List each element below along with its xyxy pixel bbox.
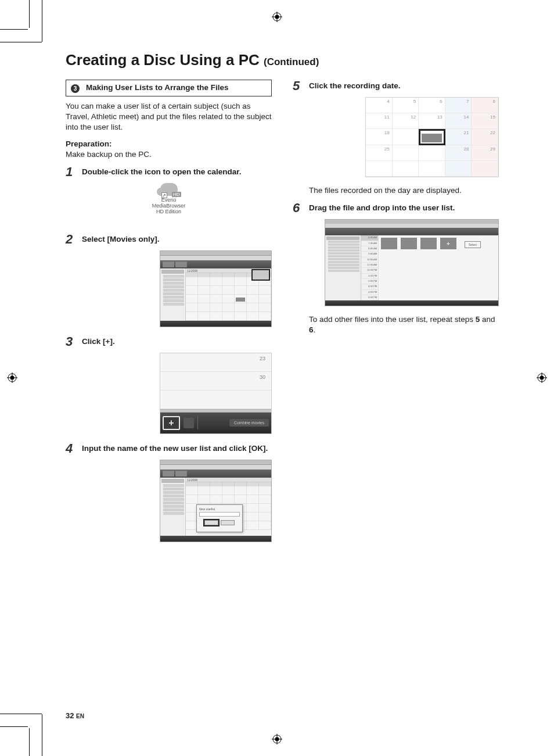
calendar-cell: 18	[366, 129, 393, 145]
time-slot: 8:00 AM	[361, 246, 378, 252]
calendar-cell: 13	[419, 113, 445, 129]
preparation-label: Preparation:	[66, 139, 112, 148]
calendar-cell: 22	[472, 129, 498, 145]
registration-mark-icon	[537, 372, 547, 383]
step-number: 4	[66, 442, 76, 455]
sidebar-item	[163, 495, 184, 497]
figure-month-crop: 4 5 6 7 8 11 12 13 14 15 18 21 22 25	[293, 97, 499, 177]
sidebar-header	[161, 270, 184, 274]
calendar-month-crop: 4 5 6 7 8 11 12 13 14 15 18 21 22 25	[365, 97, 499, 177]
sidebar	[160, 268, 186, 321]
calendar-cell	[472, 161, 498, 177]
sidebar-item	[328, 252, 359, 255]
shortcut-arrow-icon: ↗	[161, 192, 167, 198]
icon-label-line: MediaBrowser	[152, 203, 186, 209]
calendar-cell: 12	[393, 113, 419, 129]
sidebar-item	[328, 255, 359, 257]
thumbnail-row: + Select	[379, 235, 498, 300]
time-slot: 4:00 PM	[361, 290, 378, 295]
page-number: 32 EN	[66, 711, 84, 720]
userlist-name-input	[199, 512, 240, 517]
time-slot: 5:00 PM	[361, 295, 378, 300]
time-slot: 3:00 PM	[361, 284, 378, 289]
movies-only-dropdown-highlight	[251, 269, 270, 281]
window-body: 11/2008	[160, 478, 271, 536]
calendar-cell: 4	[366, 98, 393, 113]
crop-mark	[29, 0, 30, 28]
window-titlebar	[325, 220, 498, 224]
toolbar-tab	[175, 471, 187, 476]
calendar-cell	[366, 161, 393, 177]
note-text: and	[480, 315, 495, 324]
sidebar-item	[163, 484, 184, 487]
sidebar-item	[328, 249, 359, 252]
page-number-value: 32	[66, 711, 74, 720]
mediabrowser-window: 6:00 AM 7:00 AM 8:00 AM 9:00 AM 10:00 AM…	[325, 219, 499, 306]
sidebar-item	[163, 508, 184, 511]
icon-label-line: HD Edition	[156, 209, 181, 214]
sidebar-item	[163, 505, 184, 508]
calendar-cell: 29	[472, 145, 498, 161]
window-body: 11/2008	[160, 268, 271, 321]
step-number: 2	[66, 233, 76, 246]
sidebar-item	[328, 241, 359, 243]
sidebar-item	[163, 488, 184, 490]
calendar-cell: 21	[445, 129, 472, 145]
toolbar-tab	[163, 471, 174, 476]
step-text: Input the name of the new user list and …	[82, 442, 268, 455]
add-thumbnail: +	[440, 238, 456, 250]
window-menubar	[160, 256, 271, 260]
registration-mark-icon	[272, 12, 282, 22]
app-shortcut-icon: ↗ HD Everio MediaBrowser HD Edition	[146, 183, 192, 225]
window-toolbar	[325, 228, 498, 235]
time-slot: 11:00 AM	[361, 263, 378, 268]
note-step-ref: 6	[309, 325, 314, 334]
toolbar-tab	[163, 261, 174, 267]
sidebar-item	[328, 267, 359, 269]
step-text: Double-click the icon to open the calend…	[82, 166, 242, 178]
cloud-icon: ↗ HD	[160, 183, 178, 196]
calendar-cell: 14	[445, 113, 472, 129]
crop-mark	[42, 714, 42, 756]
sidebar-item	[328, 243, 359, 246]
time-slot: 10:00 AM	[361, 257, 378, 263]
calendar-cell: 15	[472, 113, 498, 129]
sidebar-item	[328, 264, 359, 266]
time-slot: 7:00 AM	[361, 241, 378, 246]
step-2: 2 Select [Movies only].	[66, 233, 272, 246]
sidebar-item	[328, 246, 359, 249]
calendar-cell: 30	[160, 372, 271, 390]
calendar-month-label: 11/2008	[186, 478, 271, 482]
step-6-note: To add other files into the user list, r…	[309, 314, 499, 335]
window-toolbar	[160, 260, 271, 268]
sidebar-header	[326, 237, 359, 240]
tool-icon	[184, 418, 194, 428]
calendar-cell	[393, 161, 419, 177]
step-number: 1	[66, 166, 76, 178]
time-slot: 6:00 AM	[361, 235, 378, 241]
registration-mark-icon	[7, 372, 17, 383]
sidebar	[325, 235, 361, 300]
mediabrowser-window: 11/2008	[160, 250, 272, 327]
sidebar-item	[163, 285, 184, 288]
calendar-cell: 8	[472, 98, 498, 113]
crop-mark	[0, 726, 28, 727]
section-heading: Making User Lists to Arrange the Files	[86, 83, 267, 93]
dialog-buttons	[199, 520, 240, 525]
sidebar-item	[163, 501, 184, 504]
crop-mark	[0, 42, 42, 42]
sidebar-item	[328, 270, 359, 272]
title-main: Creating a Disc Using a PC	[66, 51, 260, 69]
crop-mark	[29, 728, 30, 756]
time-slot: 12:00 PM	[361, 268, 378, 273]
two-column-layout: 3 Making User Lists to Arrange the Files…	[66, 80, 499, 550]
page-content: Creating a Disc Using a PC (Continued) 3…	[66, 51, 499, 550]
dialog-label: New userlist	[199, 507, 240, 511]
sidebar-item	[328, 258, 359, 260]
cancel-button	[221, 520, 235, 525]
calendar-cell: 7	[445, 98, 472, 113]
window-menubar	[160, 465, 271, 470]
calendar-cell: 25	[366, 145, 393, 161]
title-continued: (Continued)	[264, 56, 319, 67]
hd-badge: HD	[172, 192, 181, 197]
